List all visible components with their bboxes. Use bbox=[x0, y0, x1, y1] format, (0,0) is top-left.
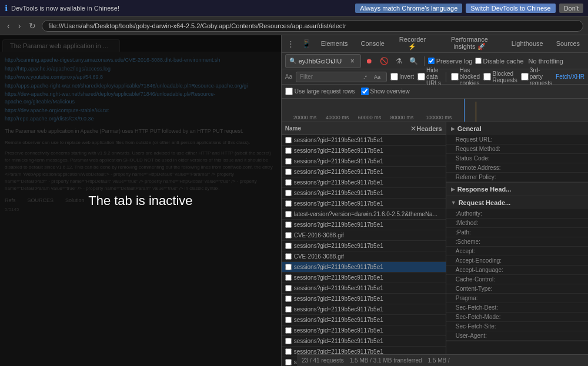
request-headers-header[interactable]: ▼ Request Heade... bbox=[446, 196, 588, 209]
request-checkbox[interactable] bbox=[285, 200, 292, 207]
large-rows-label[interactable]: Use large request rows bbox=[285, 88, 355, 95]
request-row[interactable]: sessions?gid=2119b5ec9117b5e1 bbox=[282, 283, 446, 294]
3rd-party-checkbox[interactable] bbox=[521, 73, 529, 80]
request-row[interactable]: sessions?gid=2119b5ec9117b5e1 bbox=[282, 135, 446, 146]
record-stop-button[interactable]: ⏺ bbox=[363, 56, 375, 66]
preserve-log-checkbox[interactable] bbox=[428, 58, 435, 64]
request-name: sessions?gid=2119b5ec9117b5e1 bbox=[294, 169, 442, 175]
request-row[interactable]: sessions?gid=2119b5ec9117b5e1 bbox=[282, 167, 446, 177]
request-name: sessions?gid=2119b5ec9117b5e1 bbox=[294, 137, 442, 143]
request-checkbox[interactable] bbox=[285, 296, 292, 302]
request-checkbox[interactable] bbox=[285, 179, 292, 186]
show-overview-label[interactable]: Show overview bbox=[361, 88, 410, 95]
devtools-menu-icon[interactable]: ⋮ bbox=[284, 38, 298, 50]
request-checkbox[interactable] bbox=[285, 137, 292, 143]
filter-input[interactable] bbox=[300, 73, 359, 80]
request-row[interactable]: sessions?gid=2119b5ec9117b5e1 bbox=[282, 294, 446, 304]
filter-button[interactable]: ⚗ bbox=[393, 56, 405, 66]
request-row[interactable]: latest-version?version=darwin.21.6.0-2.5… bbox=[282, 209, 446, 220]
request-checkbox[interactable] bbox=[285, 359, 292, 365]
request-checkbox[interactable] bbox=[285, 253, 292, 260]
request-row[interactable]: CVE-2016-3088.gif bbox=[282, 251, 446, 262]
large-rows-checkbox[interactable] bbox=[285, 88, 293, 95]
filter-regex-button[interactable]: .* bbox=[361, 73, 369, 81]
tab-console[interactable]: Console bbox=[355, 38, 390, 51]
request-checkbox[interactable] bbox=[285, 317, 292, 323]
hide-data-urls-label[interactable]: Hide data URLs bbox=[417, 67, 441, 86]
invert-checkbox[interactable] bbox=[390, 73, 398, 80]
request-checkbox[interactable] bbox=[285, 327, 292, 334]
resources-size: 1.5 MB / bbox=[428, 357, 450, 364]
request-checkbox[interactable] bbox=[285, 147, 292, 154]
request-row[interactable]: sessions?gid=2119b5ec9117b5e1 bbox=[282, 220, 446, 230]
has-blocked-checkbox[interactable] bbox=[451, 73, 459, 80]
has-blocked-label[interactable]: Has blocked cookies bbox=[451, 67, 480, 86]
disable-cache-checkbox[interactable] bbox=[475, 58, 482, 64]
filter-case-button[interactable]: Aa bbox=[372, 73, 383, 81]
blocked-requests-label[interactable]: Blocked Requests bbox=[483, 70, 517, 83]
3rd-party-label[interactable]: 3rd-party requests bbox=[521, 67, 552, 86]
show-overview-checkbox[interactable] bbox=[361, 88, 369, 95]
hide-data-urls-checkbox[interactable] bbox=[417, 73, 425, 80]
reload-button[interactable]: ↻ bbox=[26, 20, 38, 32]
switch-devtools-button[interactable]: Switch DevTools to Chinese bbox=[466, 4, 555, 13]
request-row[interactable]: sessions?gid=2119b5ec9117b5e1 bbox=[282, 325, 446, 336]
request-checkbox[interactable] bbox=[285, 169, 292, 175]
request-row[interactable]: sessions?gid=2119b5ec9117b5e1 bbox=[282, 304, 446, 315]
request-row[interactable]: sessions?gid=2119b5ec9117b5e1 bbox=[282, 262, 446, 273]
request-row[interactable]: sessions?gid=2119b5ec9117b5e1 bbox=[282, 315, 446, 325]
search-input[interactable] bbox=[299, 58, 346, 65]
request-checkbox[interactable] bbox=[285, 232, 292, 239]
request-checkbox[interactable] bbox=[285, 221, 292, 228]
disable-cache-label[interactable]: Disable cache bbox=[475, 58, 524, 65]
request-row[interactable]: sessions?gid=2119b5ec9117b5e1 bbox=[282, 188, 446, 199]
3rd-party-text: 3rd-party requests bbox=[530, 67, 552, 86]
clear-button[interactable]: 🚫 bbox=[377, 56, 391, 66]
request-row[interactable]: sessions?gid=2119b5ec9117b5e1 bbox=[282, 241, 446, 251]
request-url-row: Request URL: bbox=[446, 135, 588, 145]
request-row[interactable]: sessions?gid=2119b5ec9117b5e1 bbox=[282, 156, 446, 167]
search-clear-button[interactable]: × bbox=[348, 56, 357, 66]
network-content: Name ✕ Headers sessions?gid=2119b5ec9117… bbox=[282, 122, 588, 366]
request-checkbox[interactable] bbox=[285, 243, 292, 249]
show-overview-text: Show overview bbox=[370, 88, 410, 95]
request-row[interactable]: sessions?gid=2119b5ec9117b5e1 bbox=[282, 336, 446, 347]
request-checkbox[interactable] bbox=[285, 158, 292, 164]
headers-button[interactable]: Headers bbox=[416, 125, 442, 132]
close-details-button[interactable]: ✕ bbox=[410, 125, 416, 133]
request-row[interactable]: CVE-2016-3088.gif bbox=[282, 230, 446, 241]
back-button[interactable]: ‹ bbox=[5, 20, 12, 32]
forward-button[interactable]: › bbox=[16, 20, 24, 32]
devtools-device-icon[interactable]: 📱 bbox=[299, 38, 314, 50]
tab-lighthouse[interactable]: Lighthouse bbox=[506, 38, 549, 51]
request-checkbox[interactable] bbox=[285, 274, 292, 281]
request-checkbox[interactable] bbox=[285, 306, 292, 313]
general-arrow: ▶ bbox=[451, 126, 455, 132]
request-checkbox[interactable] bbox=[285, 285, 292, 291]
blocked-requests-checkbox[interactable] bbox=[483, 73, 491, 80]
tab-recorder[interactable]: Recorder ⚡ bbox=[392, 33, 433, 54]
search-toggle-button[interactable]: 🔍 bbox=[407, 56, 420, 66]
dont-button[interactable]: Don't bbox=[559, 4, 583, 13]
match-language-button[interactable]: Always match Chrome's language bbox=[355, 4, 462, 13]
request-checkbox[interactable] bbox=[285, 190, 292, 196]
request-checkbox[interactable] bbox=[285, 338, 292, 344]
tab-elements[interactable]: Elements bbox=[315, 38, 354, 51]
preserve-log-label[interactable]: Preserve log bbox=[428, 58, 473, 65]
address-input[interactable] bbox=[42, 20, 583, 32]
request-checkbox[interactable] bbox=[285, 264, 292, 270]
request-row[interactable]: sessions?gid=2119b5ec9117b5e1 bbox=[282, 146, 446, 156]
fetch-xhr-button[interactable]: Fetch/XHR bbox=[556, 73, 584, 80]
tab-performance[interactable]: Performance insights 🚀 bbox=[435, 33, 505, 54]
request-row[interactable]: sessions?gid=2119b5ec9117b5e1 bbox=[282, 273, 446, 283]
request-checkbox[interactable] bbox=[285, 211, 292, 217]
general-section-header[interactable]: ▶ General bbox=[446, 122, 588, 135]
request-row[interactable]: sessions?gid=2119b5ec9117b5e1 bbox=[282, 177, 446, 188]
invert-label[interactable]: Invert bbox=[390, 73, 414, 80]
request-checkbox[interactable] bbox=[285, 348, 292, 355]
main-layout: The Paramar web application in Apach... … bbox=[0, 35, 588, 366]
request-row[interactable]: sessions?gid=2119b5ec9117b5e1 bbox=[282, 199, 446, 209]
tab-sources[interactable]: Sources bbox=[550, 38, 586, 51]
requests-count: 23 / 41 requests bbox=[302, 357, 344, 364]
response-headers-header[interactable]: ▶ Response Head... bbox=[446, 183, 588, 196]
